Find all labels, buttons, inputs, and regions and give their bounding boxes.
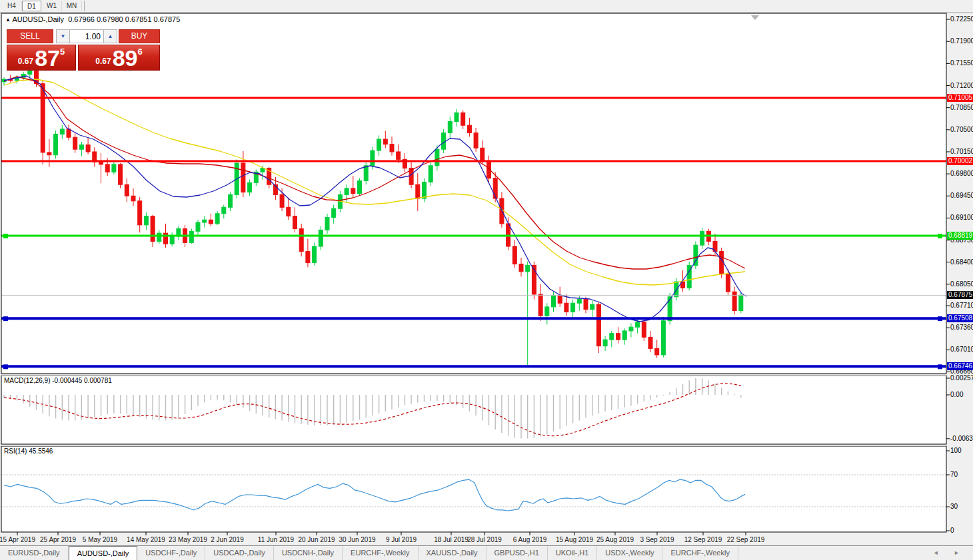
rsi-tick-label: 30: [950, 503, 958, 510]
sell-price-button[interactable]: 0.67 87 5: [7, 45, 76, 71]
price-tick-label: 0.70850: [950, 104, 973, 111]
price-level-badge: 0.70002: [947, 157, 973, 165]
buy-button[interactable]: BUY: [119, 29, 160, 43]
buy-price-prefix: 0.67: [95, 57, 111, 66]
chart-tab-audusd-daily[interactable]: AUDUSD-,Daily: [69, 546, 138, 560]
date-tick-label: 11 Jun 2019: [258, 536, 294, 543]
price-tick-label: 0.67010: [950, 346, 973, 353]
chart-tab-usdcnh-daily[interactable]: USDCNH-,Daily: [274, 546, 343, 560]
chart-tab-eurusd-daily[interactable]: EURUSD-,Daily: [0, 546, 69, 560]
terminal-window: H4D1W1MN ▲ AUDUSD-,Daily 0.67966 0.67980…: [0, 0, 973, 560]
macd-tick-label: -0.006326: [950, 435, 973, 442]
macd-tick-label: 0.00: [950, 391, 963, 398]
date-tick-label: 20 Jun 2019: [298, 536, 335, 543]
chart-surface[interactable]: [0, 0, 973, 560]
buy-price-big: 89: [113, 48, 138, 68]
date-tick-label: 25 Apr 2019: [40, 536, 76, 543]
price-tick-label: 0.70500: [950, 126, 973, 133]
chart-shift-marker-icon[interactable]: [751, 15, 759, 20]
chart-tab-xauusd-daily[interactable]: XAUUSD-,Daily: [419, 546, 486, 560]
chart-tab-usdchf-daily[interactable]: USDCHF-,Daily: [137, 546, 205, 560]
chart-tab-usdx-weekly[interactable]: USDX-,Weekly: [597, 546, 662, 560]
price-tick-label: 0.69100: [950, 214, 973, 221]
date-tick-label: 2 Jun 2019: [211, 536, 244, 543]
chart-tab-eurchf-weekly[interactable]: EURCHF-,Weekly: [662, 546, 738, 560]
chart-tab-gbpusd-h1[interactable]: GBPUSD-,H1: [486, 546, 548, 560]
date-tick-label: 23 May 2019: [169, 536, 207, 543]
panel-separator[interactable]: [1, 374, 946, 376]
chart-symbol-label: AUDUSD-,Daily: [12, 15, 64, 23]
price-level-badge: 0.66746: [947, 362, 973, 370]
date-tick-label: 30 Jun 2019: [339, 536, 375, 543]
tab-scroll-arrows[interactable]: ◄ ►: [933, 546, 973, 560]
price-level-badge: 0.67875: [947, 291, 973, 299]
date-tick-label: 5 May 2019: [83, 536, 117, 543]
date-tick-label: 14 May 2019: [127, 536, 165, 543]
date-tick-label: 15 Apr 2019: [0, 536, 35, 543]
macd-indicator-label: MACD(12,26,9) -0.000445 0.000781: [4, 377, 112, 384]
collapse-triangle-icon[interactable]: ▲: [5, 17, 11, 23]
volume-decrease-button[interactable]: ▼: [56, 29, 70, 43]
price-tick-label: 0.72250: [950, 15, 973, 23]
price-tick-label: 0.71550: [950, 59, 973, 67]
buy-price-pip: 6: [137, 47, 142, 57]
chart-tab-bar: EURUSD-,DailyAUDUSD-,DailyUSDCHF-,DailyU…: [0, 545, 973, 560]
date-tick-label: 3 Sep 2019: [640, 536, 674, 543]
chart-tab-eurchf-weekly[interactable]: EURCHF-,Weekly: [343, 546, 418, 560]
buy-price-button[interactable]: 0.67 89 6: [78, 45, 160, 71]
price-tick-label: 0.71200: [950, 82, 973, 89]
price-tick-label: 0.68050: [950, 280, 973, 288]
rsi-indicator-label: RSI(14) 45.5546: [4, 447, 53, 455]
date-tick-label: 22 Sep 2019: [727, 536, 765, 543]
rsi-tick-label: 100: [950, 447, 962, 454]
date-tick-label: 6 Aug 2019: [513, 536, 547, 543]
date-tick-label: 25 Aug 2019: [596, 536, 634, 543]
chart-tab-ukoil-h1[interactable]: UKOil-,H1: [548, 546, 598, 560]
sell-price-big: 87: [35, 48, 60, 68]
volume-increase-button[interactable]: ▲: [103, 29, 117, 43]
sell-price-prefix: 0.67: [18, 57, 33, 66]
price-level-badge: 0.68819: [947, 232, 973, 240]
panel-separator[interactable]: [1, 445, 946, 446]
date-tick-label: 15 Aug 2019: [556, 536, 593, 543]
rsi-tick-label: 0: [950, 527, 954, 534]
date-tick-label: 28 Jul 2019: [467, 536, 502, 543]
sell-button[interactable]: SELL: [7, 29, 53, 43]
date-tick-label: 12 Sep 2019: [684, 536, 722, 543]
date-tick-label: 9 Jul 2019: [386, 536, 417, 543]
chart-tab-usdcad-daily[interactable]: USDCAD-,Daily: [205, 546, 274, 560]
chart-title: ▲ AUDUSD-,Daily 0.67966 0.67980 0.67851 …: [5, 15, 180, 23]
price-tick-label: 0.67710: [950, 302, 973, 309]
price-tick-label: 0.70150: [950, 148, 973, 155]
macd-tick-label: 0.002574: [950, 374, 973, 382]
date-tick-label: 18 Jul 2019: [434, 536, 469, 543]
price-level-badge: 0.71005: [947, 94, 973, 102]
rsi-tick-label: 70: [950, 471, 958, 478]
volume-input[interactable]: [70, 29, 103, 43]
price-tick-label: 0.69450: [950, 192, 973, 199]
price-tick-label: 0.69800: [950, 170, 973, 177]
price-tick-label: 0.71900: [950, 37, 973, 45]
chart-ohlc-values: 0.67966 0.67980 0.67851 0.67875: [68, 15, 180, 23]
price-level-badge: 0.67508: [947, 314, 973, 322]
price-tick-label: 0.67360: [950, 324, 973, 331]
price-tick-label: 0.68400: [950, 258, 973, 266]
sell-price-pip: 5: [60, 47, 65, 57]
